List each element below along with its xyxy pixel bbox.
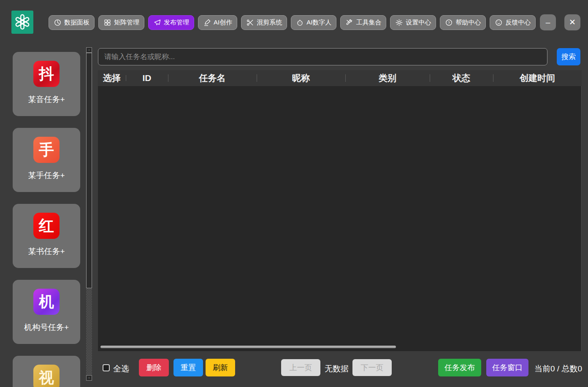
- scissors-icon: [246, 19, 254, 27]
- table-header: 选择 ID 任务名 昵称 类别 状态 创建时间: [98, 70, 582, 86]
- refresh-button[interactable]: 刷新: [206, 359, 235, 376]
- sidebar-item-kuaishou-task[interactable]: 手 某手任务+: [13, 128, 80, 192]
- table-body: [98, 86, 582, 351]
- organization-app-icon: 机: [33, 289, 60, 315]
- column-header-created-time: 创建时间: [493, 72, 582, 84]
- nav-label: 工具集合: [356, 19, 381, 27]
- minimize-button[interactable]: –: [540, 14, 556, 30]
- robot-icon: [296, 19, 304, 27]
- column-header-task-name: 任务名: [168, 72, 257, 84]
- kuaishou-app-icon: 手: [33, 137, 60, 163]
- gear-icon: [395, 19, 403, 27]
- sidebar-scrollbar: - -: [86, 47, 92, 381]
- sidebar-item-organization-task[interactable]: 机 机构号任务+: [13, 280, 80, 344]
- column-header-nickname: 昵称: [257, 72, 345, 84]
- scrollbar-down-button[interactable]: -: [86, 375, 92, 381]
- nav-label: AI创作: [214, 19, 232, 27]
- main-nav: 数据面板 矩阵管理 发布管理 AI创作 混剪系统: [49, 15, 536, 30]
- svg-text:?: ?: [448, 21, 450, 25]
- shipinhao-app-icon: 视: [33, 365, 60, 387]
- nav-ai-create[interactable]: AI创作: [198, 15, 237, 30]
- previous-page-button[interactable]: 上一页: [281, 359, 320, 376]
- scrollbar-up-button[interactable]: -: [86, 47, 92, 53]
- column-header-select: 选择: [98, 72, 126, 84]
- platform-sidebar: 抖 某音任务+ 手 某手任务+ 红 某书任务+ 机 机构号任务+ 视: [13, 46, 80, 387]
- scrollbar-thumb[interactable]: [86, 53, 92, 288]
- sidebar-item-shipinhao-task[interactable]: 视: [13, 356, 80, 387]
- face-icon: [495, 19, 503, 27]
- nav-feedback[interactable]: 反馈中心: [490, 15, 536, 30]
- nav-label: 矩阵管理: [114, 19, 139, 27]
- nav-label: 混剪系统: [257, 19, 282, 27]
- openai-knot-icon: [14, 12, 31, 32]
- search-input[interactable]: [98, 48, 547, 65]
- task-counter: 当前0 / 总数0: [534, 363, 582, 374]
- xiaohongshu-app-icon: 红: [33, 213, 60, 239]
- app-window: 数据面板 矩阵管理 发布管理 AI创作 混剪系统: [0, 0, 588, 387]
- nav-label: 数据面板: [64, 19, 89, 27]
- nav-label: 设置中心: [406, 19, 431, 27]
- column-header-category: 类别: [345, 72, 430, 84]
- sidebar-item-label: 机构号任务+: [24, 322, 69, 333]
- nav-mix-cut[interactable]: 混剪系统: [241, 15, 287, 30]
- horizontal-scrollbar-thumb[interactable]: [100, 346, 396, 348]
- question-icon: ?: [445, 19, 453, 27]
- nav-publish-manage[interactable]: 发布管理: [148, 15, 194, 30]
- task-publish-button[interactable]: 任务发布: [438, 359, 481, 376]
- nav-label: 反馈中心: [505, 19, 531, 27]
- nav-data-panel[interactable]: 数据面板: [49, 15, 95, 30]
- column-header-id: ID: [126, 73, 168, 83]
- nav-help[interactable]: ? 帮助中心: [440, 15, 486, 30]
- douyin-app-icon: 抖: [33, 61, 60, 87]
- paper-plane-icon: [153, 19, 161, 27]
- sidebar-item-label: 某音任务+: [28, 94, 65, 105]
- nav-matrix-manage[interactable]: 矩阵管理: [98, 15, 144, 30]
- nav-label: 帮助中心: [455, 19, 481, 27]
- grid-icon: [103, 19, 111, 27]
- scrollbar-track[interactable]: [86, 288, 92, 375]
- no-data-label: 无数据: [325, 363, 349, 374]
- sidebar-item-label: 某手任务+: [28, 170, 65, 181]
- sidebar-item-xiaohongshu-task[interactable]: 红 某书任务+: [13, 204, 80, 268]
- task-window-button[interactable]: 任务窗口: [486, 359, 528, 376]
- sidebar-item-label: 某书任务+: [28, 246, 65, 257]
- search-button[interactable]: 搜索: [557, 48, 580, 65]
- delete-button[interactable]: 删除: [139, 359, 169, 376]
- select-all-checkbox[interactable]: [103, 364, 110, 371]
- close-button[interactable]: ✕: [564, 14, 580, 30]
- tools-icon: [345, 19, 353, 27]
- sidebar-item-douyin-task[interactable]: 抖 某音任务+: [13, 52, 80, 116]
- nav-tools[interactable]: 工具集合: [340, 15, 386, 30]
- reset-button[interactable]: 重置: [173, 359, 203, 376]
- nav-settings[interactable]: 设置中心: [390, 15, 436, 30]
- select-all-label: 全选: [113, 363, 129, 374]
- nav-ai-avatar[interactable]: AI数字人: [291, 15, 336, 30]
- nav-label: 发布管理: [164, 19, 189, 27]
- column-header-status: 状态: [430, 72, 493, 84]
- app-logo: [11, 11, 33, 34]
- pen-icon: [203, 19, 211, 27]
- next-page-button[interactable]: 下一页: [352, 359, 392, 376]
- clock-icon: [54, 19, 62, 27]
- nav-label: AI数字人: [306, 19, 331, 27]
